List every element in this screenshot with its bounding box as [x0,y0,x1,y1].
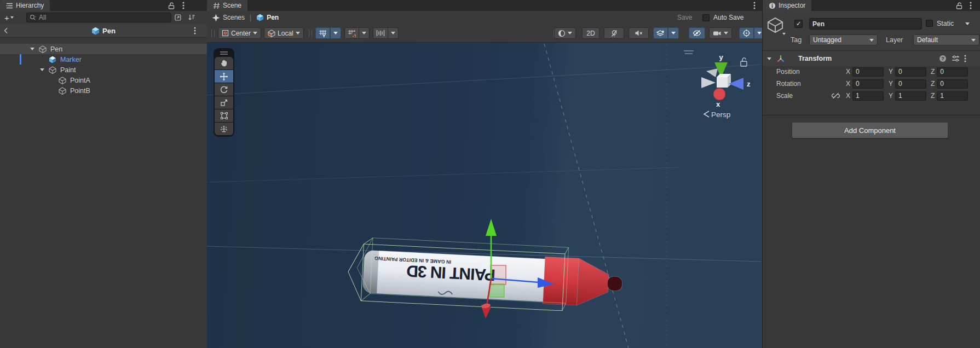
save-button[interactable]: Save [677,14,692,21]
hierarchy-menu-icon[interactable] [182,2,185,9]
scale-tool-button[interactable] [215,96,233,109]
viewport-lock-icon[interactable] [741,58,747,66]
palette-handle-icon[interactable] [219,50,229,56]
lighting-toggle-button[interactable] [604,27,624,39]
foldout-icon[interactable] [30,48,34,50]
static-label: Static [937,20,954,27]
enabled-checkbox[interactable]: ✓ [794,20,803,28]
grid-snapping-button[interactable] [344,27,359,39]
scene-viewport[interactable]: PAINT IN 3D IN GAME & IN EDITOR PAINTING [207,43,762,348]
tool-palette [214,48,234,137]
snap-increment-button[interactable] [373,27,388,39]
transform-tool-button[interactable] [215,123,233,135]
tab-scene[interactable]: Scene [207,0,247,11]
gameobject-icon-caret[interactable] [782,33,786,35]
tag-dropdown[interactable]: Untagged [809,34,878,45]
effects-toggle-button[interactable] [653,27,668,39]
rotation-x-field[interactable]: 0 [852,79,884,89]
projection-label[interactable]: Persp [704,111,730,119]
unlock-icon[interactable] [168,2,175,9]
picker-icon[interactable] [174,14,182,21]
transform-header[interactable]: Transform ? [763,50,980,66]
tree-row-pointa[interactable]: PointA [0,75,207,85]
scene-menu-icon[interactable] [753,2,756,9]
toolbar-separator [309,30,312,37]
sort-icon[interactable] [188,14,195,21]
rotation-y-field[interactable]: 0 [895,79,926,89]
scale-y-value: 1 [898,92,902,100]
tree-row-pointb[interactable]: PointB [0,85,207,96]
constrain-proportions-icon[interactable] [832,92,840,100]
toolbar-handle[interactable] [211,30,215,37]
search-input[interactable]: All [26,13,171,22]
scale-x-value: 1 [856,92,860,100]
orientation-label: Local [278,30,293,37]
gizmo-plane-xz[interactable] [491,265,506,285]
audio-toggle-button[interactable] [629,27,649,39]
grid-lines [207,44,761,348]
add-component-button[interactable]: Add Component [792,122,948,138]
breadcrumb-root[interactable]: Scenes [223,14,245,21]
scale-x-field[interactable]: 1 [852,91,884,101]
rotate-tool-icon [220,85,228,94]
move-tool-button[interactable] [215,70,233,83]
create-caret-icon [10,16,14,19]
rotation-row: Rotation X 0 Y 0 Z 0 [763,78,980,90]
tab-hierarchy[interactable]: Hierarchy [0,0,50,11]
tree-row-marker[interactable]: Marker [0,54,207,65]
position-z-field[interactable]: 0 [937,67,968,77]
grid-visibility-caret[interactable] [330,27,341,39]
pivot-mode-button[interactable]: Center [218,27,261,39]
gizmo-plane-xy[interactable] [489,284,504,297]
scale-y-field[interactable]: 1 [895,91,926,101]
hand-tool-button[interactable] [215,57,233,69]
create-button[interactable]: + [2,13,16,22]
inspector-menu-icon[interactable] [970,2,972,9]
name-field[interactable]: Pen [809,18,922,30]
help-icon[interactable]: ? [939,55,947,62]
search-value: All [39,14,46,21]
presets-icon[interactable] [952,55,960,62]
move-tool-icon [220,72,228,81]
hidden-objects-button[interactable] [689,27,705,39]
transform-menu-icon[interactable] [964,55,966,62]
rotate-tool-button[interactable] [215,83,233,96]
autosave-checkbox[interactable] [702,14,710,21]
layer-dropdown[interactable]: Default [913,34,979,45]
unlock-icon[interactable] [956,2,962,9]
axis-x-label: X [846,92,850,100]
tree-row-paint[interactable]: Paint [0,65,207,75]
position-y-field[interactable]: 0 [895,67,926,77]
scenes-icon [212,14,220,22]
foldout-icon[interactable] [40,68,44,71]
axis-z-label: Z [931,92,935,100]
axis-z-label: z [747,80,751,88]
transform-foldout-icon[interactable] [767,57,771,60]
prefab-menu-icon[interactable] [194,27,196,34]
prefab-root-label[interactable]: Pen [102,27,116,35]
position-x-field[interactable]: 0 [852,67,884,77]
gizmos-toggle-button[interactable] [739,27,754,39]
scene-render: PAINT IN 3D IN GAME & IN EDITOR PAINTING [207,43,762,348]
2d-toggle-button[interactable]: 2D [582,27,599,39]
orientation-button[interactable]: Local [264,27,304,39]
snap-increment-caret[interactable] [388,27,399,39]
shading-mode-button[interactable] [554,27,576,39]
grid-snapping-caret[interactable] [359,27,370,39]
camera-settings-button[interactable] [709,27,732,39]
breadcrumb-current[interactable]: Pen [267,14,279,21]
marker-object[interactable]: PAINT IN 3D IN GAME & IN EDITOR PAINTING [347,237,624,314]
tree-row-pen[interactable]: Pen [0,44,207,54]
tab-inspector[interactable]: Inspector [763,0,811,11]
gameobject-cube-icon [59,77,66,84]
static-caret[interactable] [965,22,970,25]
rect-tool-button[interactable] [215,109,233,122]
scale-z-field[interactable]: 1 [937,91,968,101]
scene-toolbar: Center Local Y [207,24,762,43]
add-component-label: Add Component [844,126,896,135]
grid-visibility-button[interactable]: Y [315,27,330,39]
effects-caret[interactable] [668,27,679,39]
rotation-z-field[interactable]: 0 [937,79,968,89]
tag-value: Untagged [813,36,841,44]
static-checkbox[interactable] [926,20,933,27]
